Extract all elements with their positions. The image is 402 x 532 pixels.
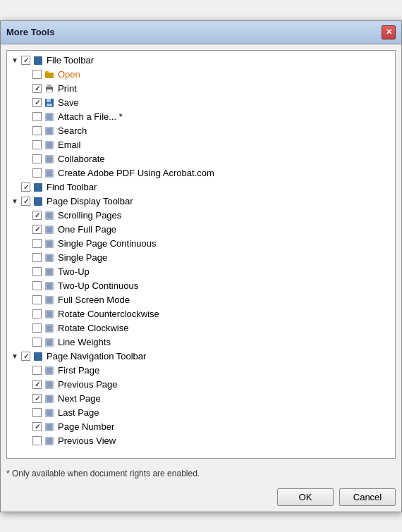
label-single-page: Single Page xyxy=(58,252,107,263)
tree-item-one-full[interactable]: One Full Page xyxy=(7,223,395,237)
ok-button[interactable]: OK xyxy=(277,488,334,506)
checkbox-collaborate[interactable] xyxy=(32,154,42,163)
expand-icon: ▼ xyxy=(10,197,20,206)
checkbox-attach[interactable] xyxy=(32,112,42,121)
tree-item-two-up-cont[interactable]: Two-Up Continuous xyxy=(7,279,395,293)
tree-list[interactable]: ▼File ToolbarOpenPrintSaveAttach a File.… xyxy=(6,50,396,459)
dialog-title: More Tools xyxy=(6,27,54,37)
checkbox-prev-view[interactable] xyxy=(32,436,42,445)
item-icon xyxy=(44,69,55,80)
tree-item-prev-page[interactable]: Previous Page xyxy=(7,378,395,392)
label-page-nav: Page Navigation Toolbar xyxy=(47,351,146,361)
title-bar: More Tools ✕ xyxy=(1,21,401,44)
svg-rect-10 xyxy=(47,114,52,120)
checkbox-rotate-cw[interactable] xyxy=(32,323,42,333)
svg-rect-51 xyxy=(47,424,52,430)
checkbox-two-up[interactable] xyxy=(32,267,42,276)
checkbox-page-display[interactable] xyxy=(21,197,30,206)
checkbox-find-toolbar[interactable] xyxy=(21,183,30,192)
checkbox-rotate-ccw[interactable] xyxy=(32,309,42,318)
tree-item-page-number[interactable]: Page Number xyxy=(7,420,395,434)
item-icon xyxy=(44,154,55,165)
svg-rect-1 xyxy=(45,73,54,78)
checkbox-create-pdf[interactable] xyxy=(32,168,42,178)
tree-item-single-continuous[interactable]: Single Page Continuous xyxy=(7,237,395,251)
item-icon xyxy=(44,125,55,137)
expand-icon xyxy=(21,380,31,390)
tree-item-attach[interactable]: Attach a File... * xyxy=(7,110,395,124)
checkbox-first-page[interactable] xyxy=(32,366,42,375)
checkbox-page-nav[interactable] xyxy=(21,352,30,361)
close-button[interactable]: ✕ xyxy=(382,25,396,39)
tree-item-print[interactable]: Print xyxy=(7,82,395,96)
item-icon xyxy=(44,168,55,179)
label-save: Save xyxy=(58,97,79,108)
svg-rect-43 xyxy=(47,368,52,373)
checkbox-file-toolbar[interactable] xyxy=(21,56,30,65)
item-icon xyxy=(32,351,44,362)
checkbox-print[interactable] xyxy=(32,84,42,93)
checkbox-open[interactable] xyxy=(32,70,42,79)
tree-item-page-nav[interactable]: ▼Page Navigation Toolbar xyxy=(7,349,395,364)
tree-item-full-screen[interactable]: Full Screen Mode xyxy=(7,293,395,307)
tree-item-single-page[interactable]: Single Page xyxy=(7,251,395,265)
tree-item-search[interactable]: Search xyxy=(7,124,395,138)
checkbox-save[interactable] xyxy=(32,98,42,107)
item-icon xyxy=(32,196,44,207)
label-two-up: Two-Up xyxy=(58,266,90,277)
checkbox-next-page[interactable] xyxy=(32,394,42,403)
label-create-pdf: Create Adobe PDF Using Acrobat.com xyxy=(58,168,214,178)
checkbox-scrolling[interactable] xyxy=(32,211,42,220)
tree-item-open[interactable]: Open xyxy=(7,68,395,82)
checkbox-single-continuous[interactable] xyxy=(32,239,42,248)
svg-rect-32 xyxy=(47,283,52,289)
label-last-page: Last Page xyxy=(58,407,99,418)
tree-item-file-toolbar[interactable]: ▼File Toolbar xyxy=(7,54,395,68)
svg-rect-38 xyxy=(47,326,52,331)
item-icon xyxy=(44,309,55,320)
label-attach: Attach a File... * xyxy=(58,111,123,122)
checkbox-single-page[interactable] xyxy=(32,253,42,262)
tree-item-two-up[interactable]: Two-Up xyxy=(7,265,395,279)
tree-item-page-display[interactable]: ▼Page Display Toolbar xyxy=(7,194,395,209)
item-icon xyxy=(44,337,55,348)
svg-rect-30 xyxy=(47,269,52,275)
svg-rect-8 xyxy=(47,104,52,106)
tree-item-create-pdf[interactable]: Create Adobe PDF Using Acrobat.com xyxy=(7,166,395,180)
expand-icon xyxy=(21,366,31,376)
tree-item-find-toolbar[interactable]: Find Toolbar xyxy=(7,180,395,194)
expand-icon xyxy=(21,309,31,319)
svg-rect-47 xyxy=(47,396,52,402)
tree-item-last-page[interactable]: Last Page xyxy=(7,406,395,420)
item-icon xyxy=(44,365,55,376)
tree-item-email[interactable]: Email xyxy=(7,138,395,152)
checkbox-prev-page[interactable] xyxy=(32,380,42,389)
label-single-continuous: Single Page Continuous xyxy=(58,238,157,249)
checkbox-line-weights[interactable] xyxy=(32,338,42,347)
checkbox-two-up-cont[interactable] xyxy=(32,281,42,290)
tree-item-rotate-cw[interactable]: Rotate Clockwise xyxy=(7,321,395,335)
checkbox-full-screen[interactable] xyxy=(32,295,42,304)
expand-icon xyxy=(21,394,31,404)
tree-item-first-page[interactable]: First Page xyxy=(7,364,395,378)
svg-rect-40 xyxy=(47,340,52,345)
tree-item-next-page[interactable]: Next Page xyxy=(7,392,395,406)
label-two-up-cont: Two-Up Continuous xyxy=(58,280,138,291)
checkbox-search[interactable] xyxy=(32,126,42,135)
checkbox-email[interactable] xyxy=(32,140,42,149)
tree-item-save[interactable]: Save xyxy=(7,96,395,110)
item-icon xyxy=(44,323,55,334)
svg-rect-24 xyxy=(47,227,52,233)
checkbox-last-page[interactable] xyxy=(32,408,42,417)
tree-item-rotate-ccw[interactable]: Rotate Counterclockwise xyxy=(7,307,395,321)
item-icon xyxy=(32,55,44,66)
label-print: Print xyxy=(58,83,77,94)
tree-item-scrolling[interactable]: Scrolling Pages xyxy=(7,209,395,223)
checkbox-one-full[interactable] xyxy=(32,225,42,234)
checkbox-page-number[interactable] xyxy=(32,422,42,431)
tree-item-collaborate[interactable]: Collaborate xyxy=(7,152,395,166)
item-icon xyxy=(44,210,55,221)
tree-item-prev-view[interactable]: Previous View xyxy=(7,434,395,448)
tree-item-line-weights[interactable]: Line Weights xyxy=(7,335,395,349)
cancel-button[interactable]: Cancel xyxy=(339,488,396,506)
